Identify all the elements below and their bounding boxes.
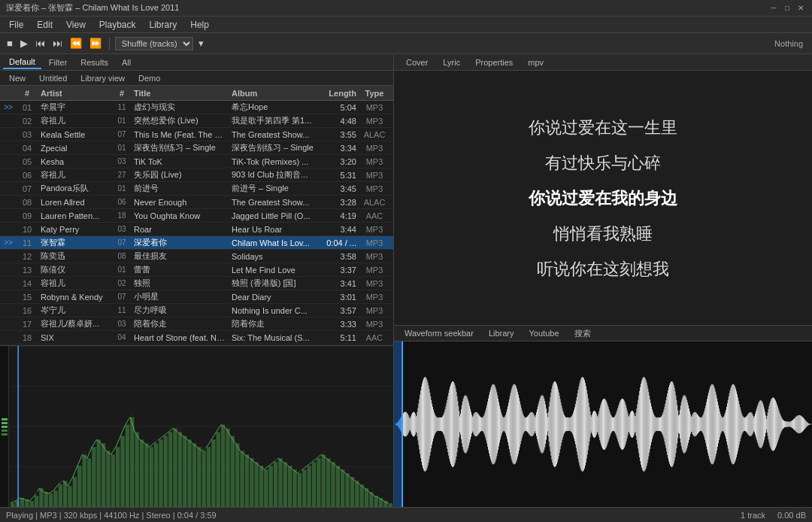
wf-tab-search[interactable]: 搜索 xyxy=(568,326,597,341)
menu-playback[interactable]: Playback xyxy=(93,18,142,32)
menu-library[interactable]: Library xyxy=(144,18,183,32)
menu-edit[interactable]: Edit xyxy=(31,18,59,32)
maximize-button[interactable]: □ xyxy=(782,3,792,14)
row-hash: 11 xyxy=(113,103,131,111)
header-artist[interactable]: Artist xyxy=(38,89,113,98)
left-tabs: Default Filter Results All xyxy=(0,54,393,71)
row-type: MP3 xyxy=(359,103,389,112)
wf-tab-youtube[interactable]: Youtube xyxy=(523,327,565,339)
tab-lyric[interactable]: Lyric xyxy=(437,56,466,68)
row-title: 小明星 xyxy=(131,291,229,302)
tab-filter[interactable]: Filter xyxy=(43,56,73,68)
playlist-row-11[interactable]: >> 11 张智霖 07 深爱着你 Chilam What Is Lov... … xyxy=(0,236,393,250)
wf-tab-library[interactable]: Library xyxy=(483,327,520,339)
row-artist: 容祖儿 xyxy=(38,169,113,181)
menu-view[interactable]: View xyxy=(60,18,92,32)
playlist-row-7[interactable]: 07 Pandora乐队 01 前进号 前进号 – Single 3:45 MP… xyxy=(0,182,393,196)
header-album[interactable]: Album xyxy=(229,89,326,98)
tab-mpv[interactable]: mpv xyxy=(522,56,550,68)
playlist-row-4[interactable]: 04 Zpecial 01 深夜告别练习 – Single 深夜告别练习 – S… xyxy=(0,141,393,155)
row-type: MP3 xyxy=(359,320,389,329)
subtab-library-view[interactable]: Library view xyxy=(74,73,131,83)
tab-properties[interactable]: Properties xyxy=(469,56,519,68)
playlist-row-16[interactable]: 16 岑宁儿 11 尽力呼吸 Nothing Is under C... 3:5… xyxy=(0,304,393,317)
tab-all[interactable]: All xyxy=(116,56,137,68)
row-album: 深夜告别练习 – Single xyxy=(229,142,326,153)
subtab-untitled[interactable]: Untitled xyxy=(33,73,73,83)
stop-button[interactable]: ■ xyxy=(5,36,15,50)
row-title: Roar xyxy=(131,225,229,234)
playlist-row-3[interactable]: 03 Keala Settle 07 This Is Me (Feat. The… xyxy=(0,128,393,141)
row-album: Hear Us Roar xyxy=(229,225,326,234)
row-no: 09 xyxy=(17,211,38,220)
tab-results[interactable]: Results xyxy=(74,56,114,68)
row-title: 蕾蕾 xyxy=(131,264,229,275)
menu-help[interactable]: Help xyxy=(184,18,215,32)
level-bar xyxy=(0,346,9,507)
row-no: 01 xyxy=(17,103,38,112)
now-playing-label: Nothing xyxy=(770,39,807,48)
playlist-row-5[interactable]: 05 Kesha 03 TiK ToK TiK-Tok (Remixes) ..… xyxy=(0,155,393,168)
row-length: 3:45 xyxy=(326,184,359,193)
playlist-row-9[interactable]: 09 Lauren Patten... 18 You Oughta Know J… xyxy=(0,209,393,223)
row-length: 0:04 / ... xyxy=(326,238,359,247)
row-album: 希忘Hope xyxy=(229,102,326,113)
shuffle-arrow[interactable]: ▾ xyxy=(196,36,206,50)
playlist-row-15[interactable]: 15 Robynn & Kendy 07 小明星 Dear Diary 3:01… xyxy=(0,290,393,304)
playlist-row-1[interactable]: >> 01 华晨宇 11 虚幻与现实 希忘Hope 5:04 MP3 xyxy=(0,101,393,114)
row-album: Six: The Musical (S... xyxy=(229,333,326,342)
toolbar-sep1 xyxy=(109,38,110,50)
row-title: 尽力呼吸 xyxy=(131,305,229,316)
playlist-body[interactable]: >> 01 华晨宇 11 虚幻与现实 希忘Hope 5:04 MP3 02 容祖… xyxy=(0,101,393,345)
close-button[interactable]: ✕ xyxy=(795,3,806,14)
playlist-row-8[interactable]: 08 Loren Allred 06 Never Enough The Grea… xyxy=(0,196,393,209)
subtab-new[interactable]: New xyxy=(3,73,32,83)
row-length: 3:33 xyxy=(326,320,359,329)
row-title: 最佳损友 xyxy=(131,250,229,262)
playlist-row-13[interactable]: 13 陈僖仪 01 蕾蕾 Let Me Find Love 3:37 MP3 xyxy=(0,263,393,277)
playlist-row-2[interactable]: 02 容祖儿 01 突然想爱你 (Live) 我是歌手第四季 第1... 4:4… xyxy=(0,114,393,128)
next-button[interactable]: ⏭ xyxy=(50,36,65,50)
seek-fwd-button[interactable]: ⏩ xyxy=(87,36,104,50)
lyrics-area: 你说过爱在这一生里 有过快乐与心碎 你说过爱在我的身边 悄悄看我熟睡 听说你在这… xyxy=(394,71,812,325)
waveform-tabs: Waveform seekbar Library Youtube 搜索 xyxy=(394,325,812,341)
row-artist: 容祖儿 xyxy=(38,278,113,289)
right-tabs: Cover Lyric Properties mpv xyxy=(394,54,812,71)
header-title[interactable]: Title xyxy=(131,89,229,98)
row-artist: 容祖儿 xyxy=(38,115,113,126)
playlist-row-12[interactable]: 12 陈奕迅 08 最佳损友 Solidays 3:58 MP3 xyxy=(0,250,393,263)
lyric-line-4: 听说你在这刻想我 xyxy=(537,256,669,281)
level-seg xyxy=(2,433,8,436)
row-no: 05 xyxy=(17,157,38,166)
row-artist: Keala Settle xyxy=(38,130,113,139)
waveform-area[interactable] xyxy=(394,341,812,507)
prev-button[interactable]: ⏮ xyxy=(33,36,47,50)
menu-file[interactable]: File xyxy=(3,18,29,32)
row-album: 前进号 – Single xyxy=(229,183,326,194)
playlist-row-6[interactable]: 06 容祖儿 27 失乐园 (Live) 903 Id Club 拉阁音... … xyxy=(0,168,393,182)
tab-cover[interactable]: Cover xyxy=(400,56,434,68)
row-type: MP3 xyxy=(359,144,389,153)
row-no: 04 xyxy=(17,144,38,153)
window-controls: ─ □ ✕ xyxy=(768,3,806,14)
playlist-row-18[interactable]: 18 SIX 04 Heart of Stone (feat. Natalie … xyxy=(0,331,393,344)
wf-tab-waveform[interactable]: Waveform seekbar xyxy=(398,327,480,339)
row-hash: 07 xyxy=(113,238,131,247)
playlist-row-17[interactable]: 17 容祖儿/蔡卓妍... 03 陪着你走 陪着你走 3:33 MP3 xyxy=(0,317,393,331)
row-album: 903 Id Club 拉阁音... xyxy=(229,169,326,181)
row-artist: SIX xyxy=(38,333,113,342)
shuffle-select[interactable]: Shuffle (tracks) xyxy=(115,37,193,50)
window-title: 深爱着你 – 张智霖 – Chilam What Is Love 2011 xyxy=(6,2,768,14)
playlist-row-14[interactable]: 14 容祖儿 02 独照 独照 (香港版) [国] 3:41 MP3 xyxy=(0,277,393,290)
header-length[interactable]: Length xyxy=(326,89,359,98)
header-type[interactable]: Type xyxy=(359,89,389,98)
level-seg xyxy=(2,426,8,428)
minimize-button[interactable]: ─ xyxy=(768,3,779,14)
play-pause-button[interactable]: ▶ xyxy=(18,36,30,50)
playlist-row-10[interactable]: 10 Katy Perry 03 Roar Hear Us Roar 3:44 … xyxy=(0,223,393,236)
seek-back-button[interactable]: ⏪ xyxy=(68,36,84,50)
row-title: 失乐园 (Live) xyxy=(131,169,229,181)
subtab-demo[interactable]: Demo xyxy=(132,73,166,83)
playlist-area: # Artist # Title Album Length Type >> 01… xyxy=(0,86,393,345)
tab-default[interactable]: Default xyxy=(3,56,41,69)
